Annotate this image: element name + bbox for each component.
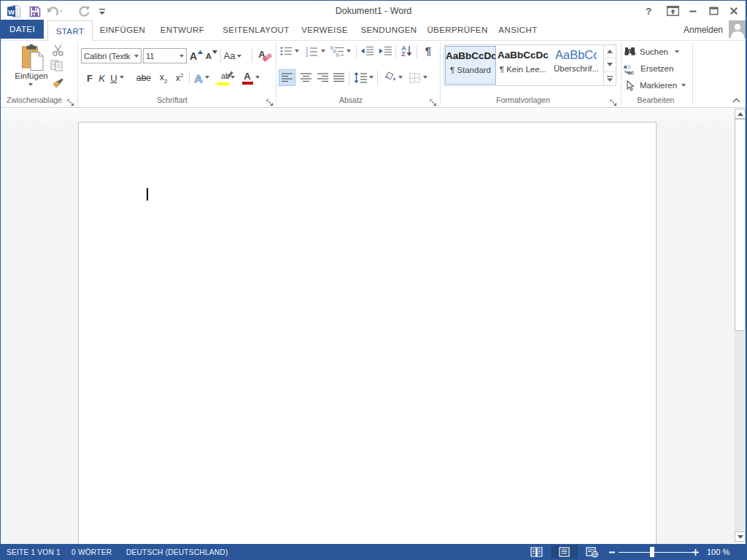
paste-dropdown-icon[interactable] bbox=[28, 83, 33, 86]
tab-entwurf[interactable]: ENTWURF bbox=[160, 20, 204, 40]
styles-scroll-down-icon[interactable] bbox=[604, 58, 616, 71]
tab-ueberpruefen[interactable]: ÜBERPRÜFEN bbox=[427, 20, 487, 40]
scrollbar-track[interactable] bbox=[735, 331, 746, 532]
multilevel-dropdown-icon[interactable] bbox=[347, 50, 351, 52]
subscript-button[interactable]: x2 bbox=[156, 69, 171, 87]
zoom-out-button[interactable] bbox=[609, 544, 615, 560]
zoom-level[interactable]: 100 % bbox=[707, 544, 729, 560]
tab-ansicht[interactable]: ANSICHT bbox=[498, 20, 537, 40]
select-button[interactable]: Markieren bbox=[624, 78, 686, 93]
styles-dialog-launcher-icon[interactable] bbox=[610, 96, 617, 104]
scroll-down-button[interactable] bbox=[735, 532, 746, 542]
print-layout-button[interactable] bbox=[559, 544, 570, 560]
font-dialog-launcher-icon[interactable] bbox=[266, 96, 274, 104]
sort-button[interactable]: A Z bbox=[400, 44, 414, 58]
style-card-standard[interactable]: AaBbCcDc ¶ Standard bbox=[445, 46, 496, 85]
clipboard-dialog-launcher-icon[interactable] bbox=[67, 96, 74, 104]
styles-group-label: Formatvorlagen bbox=[496, 96, 550, 104]
document-area[interactable] bbox=[0, 109, 747, 544]
highlight-button[interactable]: ab bbox=[214, 69, 231, 88]
underline-dropdown-icon[interactable] bbox=[120, 76, 124, 79]
select-cursor-icon bbox=[624, 80, 635, 91]
text-effects-dropdown-icon[interactable] bbox=[205, 76, 209, 79]
format-painter-icon[interactable] bbox=[50, 75, 66, 88]
font-size-dropdown-icon[interactable] bbox=[177, 49, 186, 63]
tab-seitenlayout[interactable]: SEITENLAYOUT bbox=[222, 20, 290, 40]
window-border-top bbox=[0, 0, 747, 1]
grow-font-button[interactable]: A bbox=[189, 48, 204, 63]
minimize-button[interactable] bbox=[686, 4, 700, 18]
read-mode-button[interactable] bbox=[530, 544, 543, 560]
tab-start[interactable]: START bbox=[47, 20, 93, 41]
close-button[interactable] bbox=[727, 4, 741, 18]
change-case-button[interactable]: Aa bbox=[223, 48, 242, 63]
word-count-status[interactable]: 0 WÖRTER bbox=[71, 544, 112, 560]
align-center-button[interactable] bbox=[298, 69, 314, 86]
replace-button[interactable]: a b ac Ersetzen bbox=[624, 61, 673, 76]
language-status[interactable]: DEUTSCH (DEUTSCHLAND) bbox=[126, 544, 228, 560]
copy-icon[interactable] bbox=[48, 59, 66, 72]
strikethrough-button[interactable]: abe bbox=[133, 69, 155, 87]
ribbon-display-options-icon[interactable] bbox=[664, 4, 681, 18]
scrollbar-thumb[interactable] bbox=[735, 119, 746, 331]
font-name-dropdown-icon[interactable] bbox=[132, 49, 141, 63]
zoom-slider-track[interactable] bbox=[619, 552, 693, 553]
paragraph-dialog-launcher-icon[interactable] bbox=[430, 96, 437, 104]
scroll-up-button[interactable] bbox=[735, 109, 746, 119]
tab-sendungen[interactable]: SENDUNGEN bbox=[360, 20, 417, 40]
bold-button[interactable]: F bbox=[83, 69, 96, 87]
clear-formatting-button[interactable]: A bbox=[256, 48, 275, 63]
align-right-button[interactable] bbox=[314, 69, 330, 86]
text-effects-button[interactable]: A bbox=[192, 69, 205, 87]
paste-button-icon[interactable] bbox=[18, 43, 47, 72]
tab-datei[interactable]: DATEI bbox=[1, 20, 44, 39]
numbering-button[interactable]: 1 2 3 bbox=[304, 45, 319, 57]
style-card-kein-leerraum[interactable]: AaBbCcDc ¶ Kein Lee... bbox=[498, 46, 549, 85]
justify-button[interactable] bbox=[330, 69, 347, 86]
font-color-button[interactable]: A bbox=[240, 69, 255, 88]
zoom-slider-handle[interactable] bbox=[650, 547, 654, 557]
numbering-dropdown-icon[interactable] bbox=[321, 50, 325, 52]
highlight-dropdown-icon[interactable] bbox=[231, 76, 235, 79]
font-color-dropdown-icon[interactable] bbox=[255, 76, 260, 79]
window-title: Dokument1 - Word bbox=[0, 6, 747, 16]
decrease-indent-button[interactable] bbox=[360, 45, 374, 57]
line-spacing-dropdown-icon[interactable] bbox=[369, 76, 374, 79]
borders-dropdown-icon[interactable] bbox=[423, 76, 427, 79]
document-page[interactable] bbox=[78, 122, 657, 544]
help-icon[interactable]: ? bbox=[642, 4, 655, 18]
style-card-ueberschrift[interactable]: AaBbCc Überschrif... bbox=[551, 46, 602, 85]
align-left-button[interactable] bbox=[279, 69, 295, 86]
shading-button[interactable] bbox=[382, 69, 398, 86]
text-cursor bbox=[147, 188, 148, 201]
font-name-combobox[interactable]: Calibri (Textk bbox=[81, 48, 142, 63]
vertical-scrollbar bbox=[735, 109, 746, 544]
web-layout-button[interactable] bbox=[586, 544, 599, 560]
avatar-icon[interactable] bbox=[729, 20, 746, 38]
tab-verweise[interactable]: VERWEISE bbox=[301, 20, 348, 40]
superscript-button[interactable]: x2 bbox=[172, 69, 187, 87]
line-spacing-button[interactable] bbox=[352, 69, 368, 86]
italic-button[interactable]: K bbox=[96, 69, 108, 87]
cut-icon[interactable] bbox=[50, 44, 66, 57]
sign-in-link[interactable]: Anmelden bbox=[684, 20, 723, 40]
shrink-font-button[interactable]: A bbox=[205, 48, 218, 63]
underline-button[interactable]: U bbox=[108, 69, 120, 87]
find-button[interactable]: Suchen bbox=[624, 44, 679, 59]
styles-scroll-up-icon[interactable] bbox=[604, 45, 616, 58]
collapse-ribbon-icon[interactable] bbox=[729, 96, 743, 104]
maximize-button[interactable] bbox=[706, 4, 721, 18]
zoom-in-button[interactable] bbox=[692, 544, 699, 560]
multilevel-list-button[interactable] bbox=[330, 45, 344, 57]
styles-more-icon[interactable] bbox=[604, 72, 616, 85]
window-border-left bbox=[0, 0, 1, 560]
increase-indent-button[interactable] bbox=[378, 45, 392, 57]
font-size-combobox[interactable]: 11 bbox=[143, 48, 187, 63]
bullets-dropdown-icon[interactable] bbox=[295, 50, 299, 52]
tab-einfuegen[interactable]: EINFÜGEN bbox=[100, 20, 146, 40]
borders-button[interactable] bbox=[406, 69, 422, 86]
show-paragraph-marks-button[interactable]: ¶ bbox=[422, 44, 435, 58]
bullets-button[interactable] bbox=[279, 45, 293, 57]
shading-dropdown-icon[interactable] bbox=[398, 76, 403, 79]
page-count-status[interactable]: SEITE 1 VON 1 bbox=[7, 544, 61, 560]
